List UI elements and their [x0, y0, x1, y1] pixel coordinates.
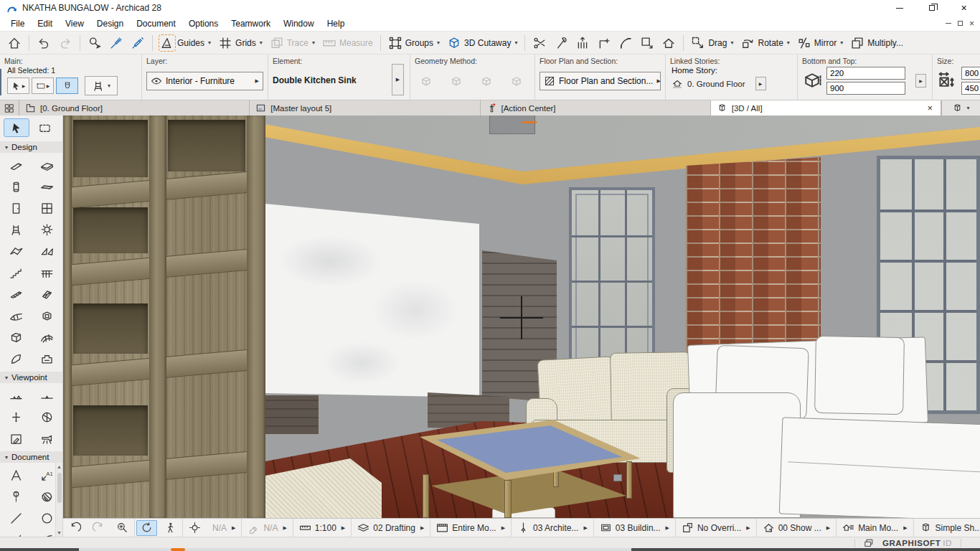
menu-view[interactable]: View: [59, 17, 90, 31]
menu-options[interactable]: Options: [182, 17, 225, 31]
size-height-input[interactable]: [961, 82, 980, 95]
bottom-top-browse-button[interactable]: ▶: [915, 74, 926, 88]
structure-display-button[interactable]: Entire Mo...▶: [430, 519, 511, 537]
skylight-tool[interactable]: [33, 283, 60, 305]
pen-set-button[interactable]: 03 Archite...▶: [512, 519, 593, 537]
split-button[interactable]: [529, 34, 550, 52]
multiply-button[interactable]: Multiply...: [847, 34, 907, 52]
3d-style-button[interactable]: Simple Sh...▶: [914, 519, 980, 537]
rotate-button[interactable]: Rotate▾: [737, 34, 793, 52]
model-view-options-button[interactable]: Main Mo...▶: [837, 519, 913, 537]
shell-curved-tool[interactable]: [2, 348, 29, 369]
home-story-browse-button[interactable]: ▶: [755, 77, 766, 90]
surface-tool[interactable]: [33, 326, 60, 348]
zone-tool[interactable]: [33, 348, 60, 369]
roof-tool[interactable]: [2, 240, 29, 262]
home-button[interactable]: [4, 34, 25, 52]
drag-button[interactable]: Drag▾: [687, 34, 737, 52]
worksheet-tool[interactable]: [33, 406, 60, 428]
mirror-button[interactable]: Mirror▾: [793, 34, 847, 52]
tab-list-button[interactable]: ▾: [941, 100, 980, 116]
shell-tool[interactable]: [33, 240, 60, 262]
3d-cutaway-button[interactable]: 3D Cutaway▾: [443, 34, 521, 52]
toolbox-section-design[interactable]: ▾Design: [0, 141, 62, 153]
element-browse-button[interactable]: ▶: [392, 64, 404, 95]
graphic-override-button[interactable]: No Overri...▶: [676, 519, 756, 537]
pick-up-parameters-button[interactable]: [105, 34, 127, 52]
tab-3d-all[interactable]: [3D / All]×: [711, 100, 941, 116]
scale-button[interactable]: 1:100▶: [293, 519, 351, 537]
tab-ground-floor[interactable]: [0. Ground Floor]: [19, 100, 250, 116]
wall-tool[interactable]: [2, 154, 29, 176]
scroll-thumb[interactable]: [57, 473, 62, 503]
3d-viewport[interactable]: [63, 116, 980, 518]
tab-action-center[interactable]: [Action Center]: [481, 100, 711, 116]
door-tool[interactable]: [2, 197, 29, 219]
elevate-button[interactable]: [658, 34, 679, 52]
elevation-tool[interactable]: [33, 385, 60, 406]
object-tool-dropdown[interactable]: ▾: [85, 76, 118, 95]
floor-plan-section-button[interactable]: Floor Plan and Section... ▶: [540, 72, 661, 90]
fit-in-window-button[interactable]: [183, 519, 207, 537]
size-width-input[interactable]: [961, 67, 980, 80]
find-select-button[interactable]: [84, 34, 105, 52]
curtain-wall-tool[interactable]: [2, 283, 29, 305]
slab-tool[interactable]: [33, 154, 60, 176]
menu-teamwork[interactable]: Teamwork: [225, 17, 277, 31]
stair-tool[interactable]: [2, 262, 29, 283]
top-offset-input[interactable]: [826, 82, 905, 95]
doc-close-icon[interactable]: ×: [969, 19, 974, 28]
menu-file[interactable]: File: [4, 17, 31, 31]
grids-button[interactable]: Grids▾: [215, 34, 266, 52]
menu-edit[interactable]: Edit: [31, 17, 59, 31]
inject-parameters-button[interactable]: [127, 34, 149, 52]
tab-overview-button[interactable]: [0, 100, 19, 116]
explore-button[interactable]: [159, 519, 182, 537]
menu-help[interactable]: Help: [321, 17, 352, 31]
minimize-button[interactable]: [883, 0, 915, 16]
marquee-options-button[interactable]: ▶: [32, 77, 54, 94]
infobox-handle[interactable]: [0, 69, 1, 95]
marquee-tool[interactable]: [32, 118, 57, 137]
toolbox-scrollbar[interactable]: ▲▼: [55, 463, 62, 537]
intersect-button[interactable]: [593, 34, 615, 52]
toolbox-section-document[interactable]: ▾Document: [0, 451, 62, 463]
line-tool[interactable]: [2, 507, 29, 529]
object-tool[interactable]: [2, 219, 29, 240]
text-tool[interactable]: [2, 464, 29, 486]
morph-tool[interactable]: [2, 326, 29, 348]
menu-document[interactable]: Document: [130, 17, 182, 31]
layer-selector[interactable]: Interior - Furniture ▶: [146, 72, 263, 90]
resize-button[interactable]: [636, 34, 658, 52]
arrow-tool[interactable]: [4, 118, 29, 137]
menu-window[interactable]: Window: [277, 17, 321, 31]
fillet-button[interactable]: [615, 34, 636, 52]
window-tool[interactable]: [33, 197, 60, 219]
opening-tool[interactable]: [33, 305, 60, 326]
tab-master-layout[interactable]: [Master layout 5]: [250, 100, 480, 116]
scroll-down-icon[interactable]: ▼: [56, 530, 62, 535]
groups-button[interactable]: Groups▾: [385, 34, 443, 52]
close-button[interactable]: ×: [948, 0, 980, 16]
doc-restore-icon[interactable]: [958, 21, 963, 26]
bottom-offset-input[interactable]: [826, 67, 905, 80]
stretch-button[interactable]: [572, 34, 593, 52]
zoom-in-button[interactable]: [110, 519, 134, 537]
beam-tool[interactable]: [33, 176, 60, 197]
doc-minimize-icon[interactable]: [946, 23, 951, 24]
magnet-toggle-button[interactable]: [56, 77, 78, 94]
close-tab-icon[interactable]: ×: [925, 103, 935, 113]
adjust-button[interactable]: [550, 34, 572, 52]
restore-button[interactable]: [915, 0, 948, 16]
cascade-windows-icon[interactable]: [864, 538, 874, 548]
toolbox-section-viewpoint[interactable]: ▾Viewpoint: [0, 372, 62, 383]
guides-button[interactable]: Guides▾: [156, 34, 215, 52]
layer-combination-button[interactable]: 02 Drafting▶: [352, 519, 430, 537]
railing-tool[interactable]: [33, 262, 60, 283]
dimension-tool[interactable]: 1: [2, 486, 29, 507]
menu-design[interactable]: Design: [90, 17, 130, 31]
interior-elevation-tool[interactable]: [2, 406, 29, 428]
graphisoft-id-button[interactable]: GRAPHISOFTID: [882, 539, 952, 547]
renovation-filter-button[interactable]: 00 Show ...▶: [757, 519, 836, 537]
mesh-tool[interactable]: [2, 305, 29, 326]
